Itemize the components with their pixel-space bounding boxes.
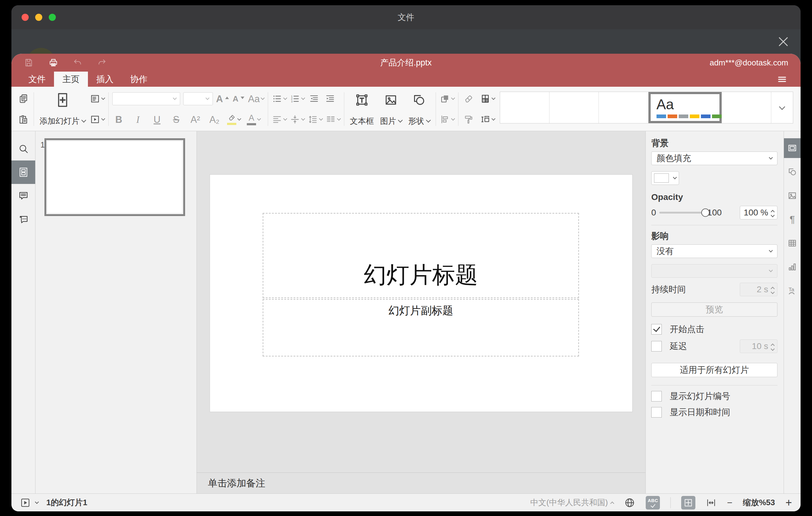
theme-option-5[interactable] (722, 92, 771, 123)
image-button[interactable]: 图片 (377, 90, 405, 128)
opacity-slider[interactable] (659, 212, 705, 213)
search-icon[interactable] (11, 137, 35, 161)
shape-button[interactable]: 形状 (405, 90, 433, 128)
slides-panel-icon[interactable] (11, 161, 35, 184)
slide-size-icon[interactable] (480, 112, 495, 127)
slide[interactable]: 幻灯片标题 幻灯片副标题 (210, 175, 633, 412)
arrange-shape-icon[interactable] (440, 91, 455, 107)
theme-option-3[interactable] (599, 92, 648, 123)
svg-text:Ta: Ta (788, 286, 794, 292)
menu-icon[interactable] (777, 75, 788, 84)
textbox-button[interactable]: 文本框 (347, 90, 377, 128)
align-shape-icon[interactable] (440, 112, 455, 127)
font-color-icon[interactable]: A (247, 112, 260, 127)
increase-indent-icon[interactable] (324, 91, 337, 107)
fit-to-slide-icon[interactable] (681, 496, 695, 510)
italic-icon[interactable]: I (132, 112, 144, 127)
bold-icon[interactable]: B (112, 112, 125, 127)
underline-icon[interactable]: U (150, 112, 164, 127)
image-settings-icon[interactable] (784, 186, 801, 205)
slide-layout-icon[interactable] (90, 91, 105, 107)
close-traffic-button[interactable] (22, 14, 29, 21)
copy-style-icon[interactable] (462, 112, 475, 127)
superscript-icon[interactable]: A² (189, 112, 202, 127)
subscript-icon[interactable]: A₂ (208, 112, 221, 127)
redo-icon[interactable] (97, 58, 107, 67)
delay-spinner[interactable]: 10 s (740, 340, 778, 353)
home-toolbar: 添加幻灯片 A A Aa B (11, 87, 801, 131)
change-case-icon[interactable]: Aa (248, 91, 264, 107)
minimize-traffic-button[interactable] (35, 14, 42, 21)
notes-placeholder-text: 单击添加备注 (208, 477, 265, 490)
theme-gallery-expand-icon[interactable] (771, 92, 793, 123)
numbered-list-icon[interactable]: 123 (290, 91, 304, 107)
vertical-align-icon[interactable] (290, 112, 304, 127)
theme-option-2[interactable] (549, 92, 599, 123)
preview-button[interactable]: 预览 (651, 303, 778, 317)
start-slideshow-icon[interactable] (90, 112, 105, 127)
chart-settings-icon[interactable] (784, 257, 801, 277)
language-selector[interactable]: 中文(中华人民共和国) (530, 497, 614, 508)
color-scheme-icon[interactable] (480, 91, 495, 107)
show-date-time-checkbox[interactable] (651, 407, 662, 418)
tab-file[interactable]: 文件 (20, 71, 54, 87)
tab-insert[interactable]: 插入 (88, 71, 122, 87)
highlight-color-icon[interactable] (227, 112, 241, 127)
slideshow-mode-chevron-icon[interactable] (35, 500, 39, 504)
effect-variant-select[interactable] (651, 264, 778, 278)
start-slideshow-status-icon[interactable] (20, 497, 31, 508)
font-name-select[interactable] (112, 92, 180, 105)
close-icon[interactable] (777, 35, 790, 49)
horizontal-align-icon[interactable] (272, 112, 287, 127)
fill-type-select[interactable]: 颜色填充 (651, 151, 778, 165)
slide-canvas[interactable]: 幻灯片标题 幻灯片副标题 (197, 131, 645, 472)
clear-style-icon[interactable] (462, 91, 475, 107)
strikethrough-icon[interactable]: S (170, 112, 183, 127)
opacity-slider-thumb[interactable] (701, 209, 709, 217)
slide-settings-icon[interactable] (784, 138, 801, 158)
comments-icon[interactable] (11, 184, 35, 207)
undo-icon[interactable] (73, 58, 82, 67)
columns-icon[interactable] (325, 112, 340, 127)
shape-settings-icon[interactable] (784, 162, 801, 182)
bullet-list-icon[interactable] (272, 91, 287, 107)
zoom-out-icon[interactable]: − (727, 498, 732, 507)
show-date-time-label: 显示日期和时间 (670, 406, 730, 418)
effect-select[interactable]: 没有 (651, 245, 778, 258)
slide-title-text: 幻灯片标题 (364, 260, 478, 291)
decrease-indent-icon[interactable] (308, 91, 321, 107)
tab-home[interactable]: 主页 (54, 71, 88, 87)
print-icon[interactable] (49, 58, 58, 67)
tab-collaboration[interactable]: 协作 (122, 71, 156, 87)
opacity-spinner[interactable]: 100 % (740, 206, 778, 220)
paste-icon[interactable] (17, 112, 30, 127)
slide-thumbnail[interactable] (45, 138, 185, 216)
line-spacing-icon[interactable] (308, 112, 322, 127)
zoom-in-icon[interactable]: + (785, 497, 792, 508)
table-settings-icon[interactable] (784, 233, 801, 253)
theme-option-1[interactable] (500, 92, 549, 123)
title-placeholder[interactable]: 幻灯片标题 (263, 213, 579, 298)
delay-checkbox[interactable] (651, 341, 662, 351)
font-size-select[interactable] (183, 92, 213, 105)
apply-to-all-slides-button[interactable]: 适用于所有幻灯片 (651, 363, 778, 377)
theme-option-selected[interactable]: Aa (648, 92, 722, 123)
show-slide-number-checkbox[interactable] (651, 391, 662, 402)
save-icon[interactable] (24, 58, 34, 67)
paragraph-settings-icon[interactable]: ¶ (784, 209, 801, 229)
document-language-icon[interactable] (624, 497, 635, 508)
increase-font-icon[interactable]: A (216, 91, 229, 107)
notes-area[interactable]: 单击添加备注 (197, 472, 645, 493)
maximize-traffic-button[interactable] (49, 14, 56, 21)
chat-icon[interactable] (11, 207, 35, 231)
start-on-click-checkbox[interactable] (651, 324, 662, 335)
spell-check-icon[interactable]: ABC (646, 496, 660, 510)
duration-spinner[interactable]: 2 s (740, 283, 778, 296)
fill-color-picker[interactable] (651, 171, 679, 185)
subtitle-placeholder[interactable]: 幻灯片副标题 (263, 299, 579, 356)
decrease-font-icon[interactable]: A (232, 91, 245, 107)
add-slide-button[interactable]: 添加幻灯片 (36, 90, 89, 128)
textart-settings-icon[interactable]: Ta (784, 281, 801, 300)
fit-to-width-icon[interactable] (706, 497, 716, 508)
copy-icon[interactable] (17, 91, 30, 107)
